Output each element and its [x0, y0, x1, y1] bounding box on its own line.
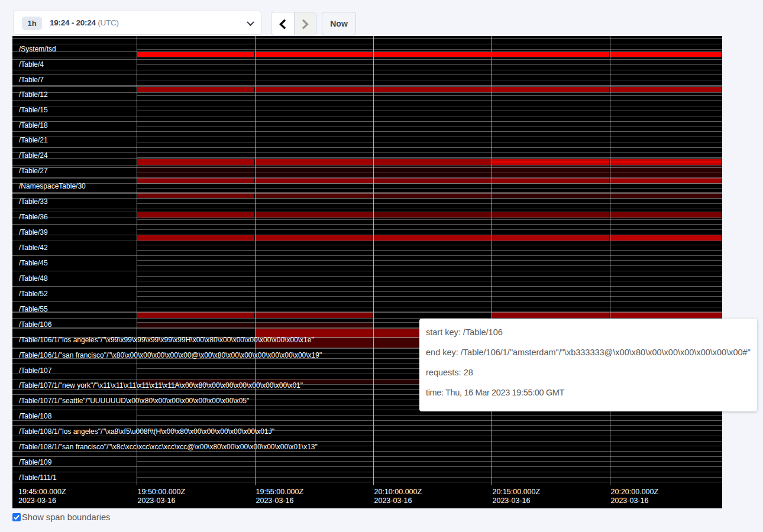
svg-text:/Table/52: /Table/52 [19, 290, 48, 298]
svg-text:2023-03-16: 2023-03-16 [374, 497, 412, 505]
svg-text:/Table/18: /Table/18 [19, 121, 48, 129]
svg-text:/Table/108/1/"san francisco"/": /Table/108/1/"san francisco"/"\x8c\xcc\x… [19, 443, 318, 451]
svg-text:/Table/107/1/"new york"/"\x11\: /Table/107/1/"new york"/"\x11\x11\x11\x1… [19, 381, 303, 390]
svg-text:2023-03-16: 2023-03-16 [256, 497, 294, 505]
svg-text:20:10:00.000Z: 20:10:00.000Z [374, 488, 422, 496]
svg-text:/Table/45: /Table/45 [19, 259, 48, 267]
svg-text:/Table/55: /Table/55 [19, 305, 48, 313]
svg-text:/Table/7: /Table/7 [19, 76, 44, 84]
svg-text:/Table/48: /Table/48 [19, 274, 48, 283]
svg-text:/Table/111/1: /Table/111/1 [19, 473, 57, 482]
svg-text:2023-03-16: 2023-03-16 [493, 497, 531, 505]
svg-text:2023-03-16: 2023-03-16 [18, 497, 56, 505]
svg-text:/Table/33: /Table/33 [19, 197, 48, 206]
svg-text:/Table/39: /Table/39 [19, 228, 48, 236]
svg-text:/Table/109: /Table/109 [19, 458, 52, 466]
svg-text:/Table/106: /Table/106 [19, 320, 52, 329]
svg-text:20:15:00.000Z: 20:15:00.000Z [493, 488, 541, 496]
svg-text:2023-03-16: 2023-03-16 [611, 497, 649, 505]
svg-text:/Table/107: /Table/107 [19, 366, 52, 375]
svg-text:/NamespaceTable/30: /NamespaceTable/30 [19, 182, 86, 190]
svg-text:/Table/27: /Table/27 [19, 167, 48, 175]
svg-text:/Table/108/1/"los angeles"/"\x: /Table/108/1/"los angeles"/"\xa8\xf5\u00… [19, 427, 274, 436]
svg-text:19:50:00.000Z: 19:50:00.000Z [138, 488, 186, 496]
svg-text:/Table/36: /Table/36 [19, 213, 48, 221]
svg-text:/Table/106/1/"san francisco"/": /Table/106/1/"san francisco"/"\x80\x00\x… [19, 351, 322, 359]
svg-text:20:20:00.000Z: 20:20:00.000Z [611, 488, 659, 496]
svg-text:/Table/21: /Table/21 [19, 136, 48, 144]
svg-text:/Table/12: /Table/12 [19, 90, 48, 99]
svg-text:/Table/106/1/"los angeles"/"\x: /Table/106/1/"los angeles"/"\x99\x99\x99… [19, 336, 314, 344]
svg-text:/Table/108: /Table/108 [19, 412, 52, 420]
svg-text:/Table/4: /Table/4 [19, 60, 44, 69]
svg-text:/Table/107/1/"seattle"/"UUUUUU: /Table/107/1/"seattle"/"UUUUUUD\x00\x80\… [19, 397, 249, 405]
svg-text:19:45:00.000Z: 19:45:00.000Z [18, 488, 66, 496]
svg-text:2023-03-16: 2023-03-16 [138, 497, 176, 505]
svg-text:/Table/15: /Table/15 [19, 106, 48, 114]
svg-text:/Table/42: /Table/42 [19, 244, 48, 252]
svg-text:/Table/24: /Table/24 [19, 151, 48, 160]
svg-text:19:55:00.000Z: 19:55:00.000Z [256, 488, 304, 496]
svg-text:/System/tsd: /System/tsd [19, 45, 56, 53]
